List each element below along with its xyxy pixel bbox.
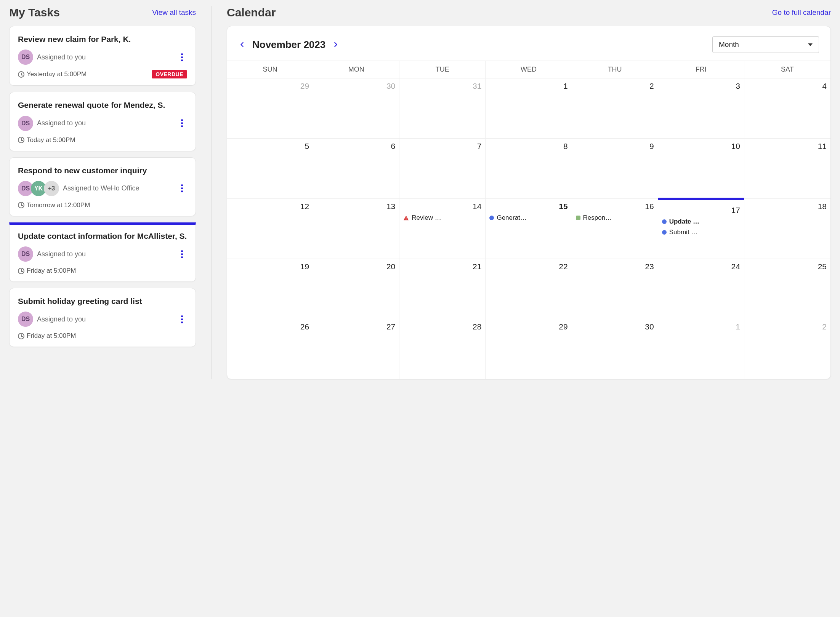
calendar-date-number: 31	[403, 82, 481, 91]
calendar-cell[interactable]: 30	[572, 319, 658, 379]
task-more-button[interactable]	[176, 118, 187, 129]
calendar-cell[interactable]: 6	[313, 138, 399, 198]
calendar-date-number: 7	[403, 142, 481, 151]
calendar-cell[interactable]: 7	[399, 138, 486, 198]
calendar-date-number: 15	[489, 202, 567, 211]
weekday-label: TUE	[399, 61, 486, 78]
svg-rect-1	[406, 219, 407, 220]
calendar-date-number: 19	[231, 262, 309, 271]
calendar-cell[interactable]: 27	[313, 319, 399, 379]
calendar-date-number: 14	[403, 202, 481, 211]
calendar-cell[interactable]: 20	[313, 259, 399, 319]
full-calendar-link[interactable]: Go to full calendar	[772, 8, 831, 17]
calendar-cell[interactable]: 29	[227, 78, 313, 138]
avatar: DS	[18, 50, 33, 65]
calendar-cell[interactable]: 10	[658, 138, 744, 198]
weekday-label: WED	[486, 61, 572, 78]
task-more-button[interactable]	[176, 52, 187, 62]
assigned-text: Assigned to you	[37, 315, 86, 323]
task-card[interactable]: Respond to new customer inquiryDSYK+3Ass…	[9, 157, 196, 216]
calendar-cell[interactable]: 11	[744, 138, 830, 198]
assigned-text: Assigned to you	[37, 119, 86, 127]
task-card[interactable]: Update contact information for McAlliste…	[9, 222, 196, 282]
calendar-cell[interactable]: 19	[227, 259, 313, 319]
calendar-header: Calendar	[227, 6, 276, 19]
clock-icon	[18, 202, 24, 208]
calendar-cell[interactable]: 12	[227, 198, 313, 259]
calendar-view-select[interactable]: Month	[712, 36, 819, 53]
svg-rect-0	[406, 217, 407, 219]
calendar-cell[interactable]: 1	[658, 319, 744, 379]
calendar-date-number: 6	[317, 142, 395, 151]
calendar-cell[interactable]: 5	[227, 138, 313, 198]
tasks-header: My Tasks	[9, 6, 60, 19]
calendar-cell[interactable]: 28	[399, 319, 486, 379]
calendar-date-number: 18	[748, 202, 827, 211]
calendar-date-number: 25	[748, 262, 827, 271]
calendar-event[interactable]: Generat…	[489, 214, 567, 222]
event-label: Update …	[669, 218, 699, 225]
calendar-event[interactable]: Update …	[662, 218, 740, 225]
calendar-cell[interactable]: 22	[486, 259, 572, 319]
calendar-date-number: 28	[403, 322, 481, 331]
warning-icon	[403, 215, 409, 221]
task-more-button[interactable]	[176, 249, 187, 259]
calendar-cell[interactable]: 9	[572, 138, 658, 198]
calendar-cell[interactable]: 2	[572, 78, 658, 138]
task-card[interactable]: Submit holiday greeting card listDSAssig…	[9, 288, 196, 347]
calendar-date-number: 9	[576, 142, 654, 151]
calendar-cell[interactable]: 14Review …	[399, 198, 486, 259]
task-title: Review new claim for Park, K.	[18, 34, 187, 44]
clock-icon	[18, 333, 24, 339]
calendar-cell[interactable]: 24	[658, 259, 744, 319]
task-more-button[interactable]	[176, 314, 187, 324]
calendar-cell[interactable]: 25	[744, 259, 830, 319]
calendar-date-number: 20	[317, 262, 395, 271]
calendar-cell[interactable]: 1	[486, 78, 572, 138]
calendar-event[interactable]: Submit …	[662, 229, 740, 236]
calendar-date-number: 1	[489, 82, 567, 91]
calendar-cell[interactable]: 26	[227, 319, 313, 379]
more-vertical-icon	[181, 53, 183, 61]
task-more-button[interactable]	[176, 183, 187, 194]
clock-icon	[18, 71, 24, 78]
calendar-cell[interactable]: 4	[744, 78, 830, 138]
calendar-cell[interactable]: 3	[658, 78, 744, 138]
calendar-date-number: 30	[576, 322, 654, 331]
calendar-cell[interactable]: 21	[399, 259, 486, 319]
calendar-date-number: 10	[662, 142, 740, 151]
calendar-cell[interactable]: 8	[486, 138, 572, 198]
calendar-date-number: 1	[662, 322, 740, 331]
calendar-event[interactable]: Review …	[403, 214, 481, 222]
calendar-cell[interactable]: 15Generat…	[486, 198, 572, 259]
calendar-cell[interactable]: 23	[572, 259, 658, 319]
calendar-cell[interactable]: 17Update …Submit …	[658, 198, 744, 259]
prev-month-button[interactable]	[239, 41, 245, 48]
calendar-date-number: 2	[576, 82, 654, 91]
calendar-cell[interactable]: 30	[313, 78, 399, 138]
avatar: DS	[18, 246, 33, 262]
event-label: Generat…	[497, 214, 526, 222]
calendar-date-number: 12	[231, 202, 309, 211]
weekday-label: THU	[572, 61, 658, 78]
calendar-cell[interactable]: 16Respon…	[572, 198, 658, 259]
calendar-cell[interactable]: 2	[744, 319, 830, 379]
calendar-event[interactable]: Respon…	[576, 214, 654, 222]
calendar-date-number: 22	[489, 262, 567, 271]
next-month-button[interactable]	[332, 41, 339, 48]
calendar-date-number: 11	[748, 142, 827, 151]
view-all-tasks-link[interactable]: View all tasks	[152, 8, 196, 17]
calendar-cell[interactable]: 13	[313, 198, 399, 259]
clock-icon	[18, 268, 24, 274]
assigned-text: Assigned to WeHo Office	[63, 184, 139, 192]
calendar-cell[interactable]: 29	[486, 319, 572, 379]
task-card[interactable]: Review new claim for Park, K.DSAssigned …	[9, 26, 196, 86]
calendar-cell[interactable]: 31	[399, 78, 486, 138]
divider	[211, 6, 212, 379]
task-card[interactable]: Generate renewal quote for Mendez, S.DSA…	[9, 92, 196, 151]
more-vertical-icon	[181, 315, 183, 323]
calendar-date-number: 4	[748, 82, 827, 91]
calendar-cell[interactable]: 18	[744, 198, 830, 259]
weekday-label: SAT	[744, 61, 830, 78]
task-time: Today at 5:00PM	[18, 136, 75, 144]
